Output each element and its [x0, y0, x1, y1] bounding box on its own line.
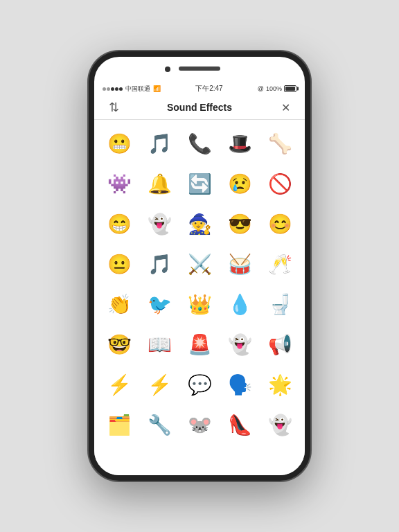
- status-right: @ 100%: [258, 85, 296, 92]
- sound-icon-stapler[interactable]: 🔧: [141, 407, 177, 443]
- icon-grid-container[interactable]: 😬🎵📞🎩🦴👾🔔🔄😢🚫😁👻🧙😎😊😐🎵⚔️🥁🥂👏🐦👑💧🚽🤓📖🚨👻📢⚡⚡💬🗣️🌟🗂️🔧…: [94, 120, 305, 475]
- nav-bar: ⇅ Sound Effects ✕: [94, 96, 305, 120]
- sound-icon-ghost[interactable]: 👻: [141, 206, 177, 242]
- sound-icon-cheers[interactable]: 🥂: [262, 246, 298, 282]
- sound-icon-hat[interactable]: 🎩: [222, 125, 258, 161]
- phone-frame: 中国联通 📶 下午2:47 @ 100% ⇅ Sound Effects ✕ 😬…: [89, 51, 310, 481]
- sound-icon-sad[interactable]: 😢: [222, 166, 258, 202]
- phone-camera: [165, 66, 170, 72]
- sound-icon-snore[interactable]: 💬: [181, 366, 218, 402]
- close-button[interactable]: ✕: [276, 101, 295, 114]
- sound-icon-sparkle[interactable]: 🌟: [262, 366, 298, 402]
- sound-icon-neutral[interactable]: 😐: [101, 246, 137, 282]
- battery-label: 100%: [266, 85, 282, 92]
- sound-icon-toilet[interactable]: 🚽: [262, 286, 298, 322]
- sound-icon-ghost3[interactable]: 👻: [262, 407, 298, 443]
- sound-icon-grin[interactable]: 😁: [101, 206, 137, 242]
- sound-icon-clap[interactable]: 👏: [101, 286, 137, 322]
- sound-icon-smile-face[interactable]: 😊: [262, 206, 298, 242]
- sound-icon-block[interactable]: 🚫: [262, 166, 298, 202]
- phone-screen: 中国联通 📶 下午2:47 @ 100% ⇅ Sound Effects ✕ 😬…: [94, 82, 305, 475]
- sound-icon-bone[interactable]: 🦴: [262, 125, 298, 161]
- sound-icon-bird[interactable]: 🐦: [141, 286, 177, 322]
- sound-icon-phone[interactable]: 📞: [181, 125, 218, 161]
- sound-icon-mouse[interactable]: 🐭: [181, 407, 218, 443]
- sound-icon-whistle[interactable]: 🎵: [141, 125, 177, 161]
- page-title: Sound Effects: [167, 102, 232, 113]
- sound-icon-refresh[interactable]: 🔄: [181, 166, 218, 202]
- dot1: [103, 87, 106, 91]
- sound-icon-book[interactable]: 📖: [141, 326, 177, 362]
- dot5: [119, 87, 123, 91]
- carrier-label: 中国联通: [125, 85, 150, 94]
- dot2: [107, 87, 110, 91]
- sound-icon-bell[interactable]: 🔔: [141, 166, 177, 202]
- sound-icon-whistle2[interactable]: 📢: [262, 326, 298, 362]
- sound-icon-typewriter[interactable]: 🗂️: [101, 407, 137, 443]
- status-bar: 中国联通 📶 下午2:47 @ 100%: [94, 82, 305, 96]
- sound-icon-lightning[interactable]: ⚡: [141, 366, 177, 402]
- sound-icon-cool[interactable]: 😎: [222, 206, 258, 242]
- sound-icon-ghost2[interactable]: 👻: [222, 326, 258, 362]
- sound-icon-speak[interactable]: 🗣️: [222, 366, 258, 402]
- sound-icon-drum[interactable]: 🥁: [222, 246, 258, 282]
- dot3: [111, 87, 114, 91]
- wifi-icon: 📶: [153, 85, 161, 92]
- status-left: 中国联通 📶: [103, 85, 161, 94]
- sound-icon-music-note[interactable]: 🎵: [141, 246, 177, 282]
- phone-speaker: [179, 66, 220, 71]
- sound-icon-heel[interactable]: 👠: [222, 407, 258, 443]
- signal-dots: [103, 87, 123, 91]
- dot4: [115, 87, 118, 91]
- sound-icon-lightning-box[interactable]: ⚡: [101, 366, 137, 402]
- status-time: 下午2:47: [195, 84, 222, 94]
- sort-button[interactable]: ⇅: [104, 100, 123, 115]
- sound-icon-alarm[interactable]: 🚨: [181, 326, 218, 362]
- sound-icon-teeth[interactable]: 😬: [101, 125, 137, 161]
- sound-icon-crown[interactable]: 👑: [181, 286, 218, 322]
- sound-icon-drop[interactable]: 💧: [222, 286, 258, 322]
- sound-icon-minion[interactable]: 👾: [101, 166, 137, 202]
- battery-icon: [284, 85, 296, 92]
- sound-icon-nerd[interactable]: 🤓: [101, 326, 137, 362]
- sound-icon-witch[interactable]: 🧙: [181, 206, 218, 242]
- location-icon: @: [258, 85, 264, 92]
- icon-grid: 😬🎵📞🎩🦴👾🔔🔄😢🚫😁👻🧙😎😊😐🎵⚔️🥁🥂👏🐦👑💧🚽🤓📖🚨👻📢⚡⚡💬🗣️🌟🗂️🔧…: [101, 125, 298, 443]
- battery-fill: [285, 87, 295, 91]
- sound-icon-sword[interactable]: ⚔️: [181, 246, 218, 282]
